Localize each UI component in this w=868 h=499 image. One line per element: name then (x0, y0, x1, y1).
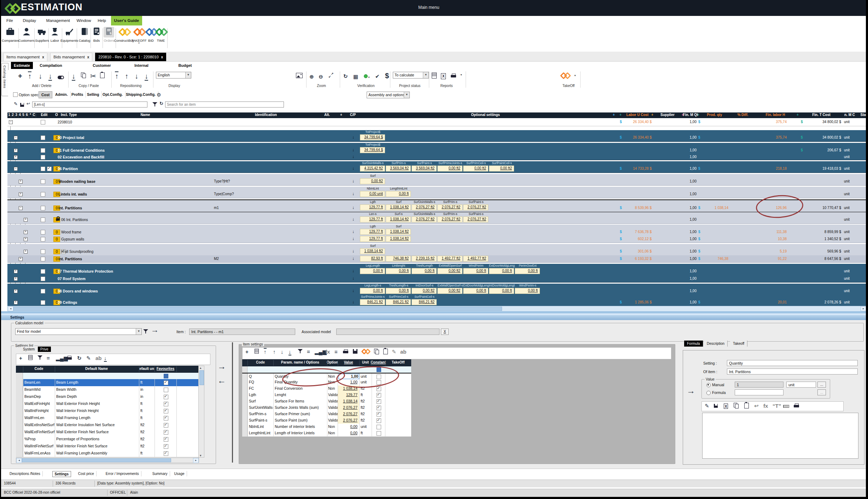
close-tab-icon[interactable]: x (42, 55, 44, 59)
move-down-icon[interactable]: ↓ (135, 71, 138, 81)
add-icon[interactable]: + (18, 71, 22, 81)
constant-checkbox[interactable] (377, 425, 381, 429)
add-icon[interactable]: + (245, 349, 249, 355)
undo-icon[interactable]: ↩ (754, 403, 759, 409)
column-header[interactable]: Code (256, 360, 265, 364)
document-tab[interactable]: Bids managementx (50, 53, 92, 61)
save-formula-icon[interactable] (20, 102, 24, 108)
grid-row[interactable]: SurfJointWalls-sSurfPrim-sSurfPaint-sSur… (7, 161, 866, 173)
grid-row[interactable]: Surf+0Wooden nailing baseType?|Ht?↓0,00 … (7, 174, 866, 186)
delete-down-icon[interactable]: ↓ (48, 71, 52, 81)
item-setting-row[interactable]: LgthLenghtValidatio129,77ft (242, 392, 411, 399)
refresh-search-icon[interactable]: ↻ (159, 101, 163, 106)
document-tab[interactable]: 220810 - Rev. 0 - Sce: 1 : 2208010x (95, 53, 166, 61)
calculator-grid-icon[interactable]: ▦ (353, 72, 358, 81)
edit-checkbox[interactable] (41, 155, 45, 159)
edit-checkbox[interactable] (41, 135, 45, 140)
row-handle[interactable] (242, 417, 247, 424)
list-icon[interactable]: ≡ (334, 349, 338, 355)
favourite-checkbox[interactable] (164, 437, 168, 442)
row-handle[interactable] (242, 424, 247, 430)
opt-value[interactable]: 0,00 ft (489, 268, 514, 274)
tab-shipping-config[interactable]: Shipping.Config. (123, 91, 158, 98)
cp-down-arrow-icon[interactable]: ↓ (352, 147, 354, 152)
edit-formula-pencil-icon[interactable]: ✎ (14, 101, 18, 106)
save-icon[interactable] (714, 403, 718, 409)
favourite-checkbox[interactable] (164, 388, 168, 392)
opt-value[interactable]: 0,00 ft (360, 288, 385, 294)
filter-row[interactable] (16, 373, 204, 379)
opt-value[interactable]: 0,00 ft (386, 191, 411, 197)
opt-value[interactable]: 129,77 ft (360, 229, 385, 235)
settings-row[interactable]: %PropPercentage of Proportionsft2 (16, 436, 204, 443)
edit-checkbox[interactable] (41, 277, 45, 281)
expander-icon[interactable]: + (19, 192, 23, 196)
move-up-icon[interactable]: ↑ (125, 71, 128, 81)
zoom-in-icon[interactable]: ⊕ (309, 72, 314, 81)
settings-row[interactable]: WallFrmLenWall Framing Lengthft (16, 414, 204, 422)
view-tab-customer-report[interactable]: Customer Report (90, 62, 113, 69)
column-header[interactable]: Value (344, 360, 353, 364)
transfer-left-arrow-icon[interactable]: ← (217, 376, 226, 385)
opt-value[interactable]: 846,21 ft2 (412, 299, 437, 305)
tab-prive[interactable]: Prive (38, 347, 51, 352)
formula-input[interactable]: [Len-s] (32, 101, 147, 108)
opt-value[interactable]: 2 076,27 ft2 (412, 204, 437, 210)
transfer-right-arrow-icon[interactable]: → (217, 361, 226, 371)
edit-checkbox[interactable] (41, 179, 45, 184)
row-handle[interactable] (16, 450, 23, 457)
cp-down-arrow-icon[interactable]: ↓ (352, 179, 354, 184)
filter-funnel-icon[interactable] (152, 102, 157, 108)
scroll-right-icon[interactable]: ▸ (193, 458, 199, 463)
trash-icon[interactable] (255, 349, 259, 355)
row-handle[interactable] (242, 405, 247, 411)
constant-checkbox[interactable] (377, 393, 381, 398)
edit-checkbox[interactable] (41, 206, 45, 210)
row-handle[interactable] (16, 414, 23, 422)
constant-checkbox[interactable] (377, 406, 381, 410)
cell-value[interactable]: 0,00 (338, 424, 357, 429)
row-handle[interactable] (242, 392, 247, 398)
opt-value[interactable]: 846,21 ft2 (360, 299, 385, 305)
opt-value[interactable]: 0,00 ft (386, 288, 411, 294)
column-header[interactable]: Param. name / Options (281, 360, 319, 364)
takeoff-caret-icon[interactable]: ▼ (574, 74, 576, 77)
tab-opt-config[interactable]: Opt.Config. (100, 91, 126, 98)
settings-row[interactable]: BeamDepBeam Depthin (16, 393, 204, 401)
edit-checkbox[interactable] (41, 192, 45, 197)
tab-description[interactable]: Description (704, 341, 728, 347)
scroll-up-icon[interactable]: ▴ (200, 366, 202, 370)
grid-row[interactable]: TotProject$−000 Project total↓34 799,64 … (7, 130, 866, 142)
insert-down-icon[interactable]: ↓ (39, 71, 42, 81)
row-handle[interactable] (16, 400, 23, 407)
copy-icon[interactable] (81, 72, 86, 79)
insert-up-icon[interactable]: ↑ (28, 71, 31, 81)
opt-value[interactable]: 129,77 ft (360, 216, 385, 222)
row-handle[interactable] (16, 443, 23, 450)
tab-admin[interactable]: Admin. (53, 91, 71, 98)
tab-profits[interactable]: Profits (69, 91, 86, 98)
plus-icon[interactable]: + (797, 113, 799, 117)
grid-col-6[interactable]: 6 (26, 113, 28, 117)
column-header[interactable]: Constant (371, 360, 386, 364)
favourite-checkbox[interactable] (164, 430, 168, 435)
bottom-tab-summary[interactable]: Summary (150, 471, 170, 476)
rename-icon[interactable]: ab (95, 355, 102, 361)
opt-value[interactable]: 4 315,42 ft2 (360, 166, 385, 172)
chart-icon[interactable]: ▂▄▆ (56, 355, 68, 361)
opt-value[interactable]: 0,00 ft (412, 268, 437, 274)
opt-value[interactable]: 0,00 ft2 (412, 288, 437, 294)
fx-icon[interactable]: fx (763, 403, 768, 409)
print-icon[interactable] (66, 355, 72, 361)
column-header[interactable]: Favourites (157, 367, 175, 371)
undo-formula-icon[interactable]: ↩ (27, 101, 30, 106)
dropdown-caret-icon[interactable]: ▼ (404, 92, 409, 98)
ruler-icon[interactable] (783, 403, 789, 409)
opt-value[interactable]: 82,93 ft (360, 256, 385, 262)
opt-value[interactable]: 0,00 ft2 (463, 166, 488, 172)
menu-window[interactable]: Window (74, 16, 94, 25)
trash-icon[interactable] (28, 355, 33, 361)
expander-icon[interactable]: + (14, 269, 18, 273)
edit-checkbox[interactable] (41, 120, 45, 124)
move-bottom-icon[interactable]: ↓ (289, 349, 291, 355)
